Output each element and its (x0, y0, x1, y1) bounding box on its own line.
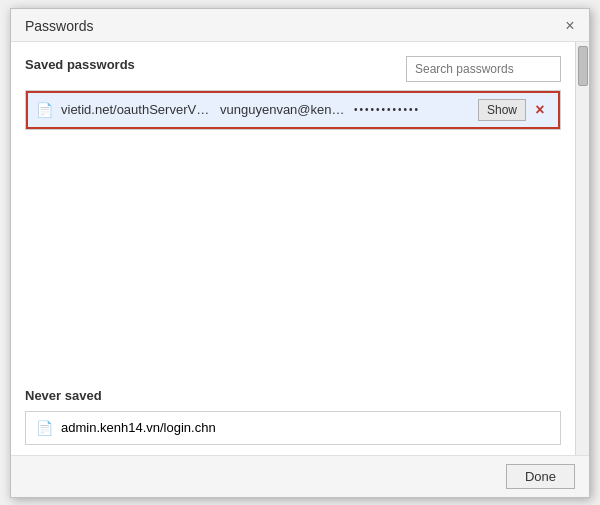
table-row: 📄 vietid.net/oauthServerV2/Authenti... v… (26, 91, 560, 129)
scrollbar[interactable] (575, 42, 589, 455)
username: vunguyenvan@kenh14.vn (220, 102, 350, 117)
dialog-footer: Done (11, 455, 589, 497)
password-mask: •••••••••••• (354, 104, 478, 115)
never-saved-site: admin.kenh14.vn/login.chn (61, 420, 216, 435)
never-saved-section: Never saved 📄 admin.kenh14.vn/login.chn (25, 388, 561, 445)
saved-passwords-header: Saved passwords (25, 56, 561, 82)
saved-passwords-label: Saved passwords (25, 57, 135, 72)
file-icon: 📄 (36, 420, 53, 436)
never-saved-label: Never saved (25, 388, 561, 403)
never-saved-table: 📄 admin.kenh14.vn/login.chn (25, 411, 561, 445)
empty-space (25, 150, 561, 378)
file-icon: 📄 (36, 102, 53, 118)
show-password-button[interactable]: Show (478, 99, 526, 121)
scrollbar-thumb[interactable] (578, 46, 588, 86)
dialog-title: Passwords (25, 18, 93, 34)
passwords-table: 📄 vietid.net/oauthServerV2/Authenti... v… (25, 90, 561, 130)
dialog-content: Saved passwords 📄 vietid.net/oauthServer… (11, 42, 575, 455)
done-button[interactable]: Done (506, 464, 575, 489)
site-name: vietid.net/oauthServerV2/Authenti... (61, 102, 216, 117)
list-item: 📄 admin.kenh14.vn/login.chn (26, 412, 560, 444)
delete-password-button[interactable]: × (530, 100, 550, 120)
search-input[interactable] (406, 56, 561, 82)
dialog-body: Saved passwords 📄 vietid.net/oauthServer… (11, 42, 589, 455)
passwords-dialog: Passwords × Saved passwords 📄 vietid.net… (10, 8, 590, 498)
close-button[interactable]: × (561, 17, 579, 35)
dialog-titlebar: Passwords × (11, 9, 589, 42)
